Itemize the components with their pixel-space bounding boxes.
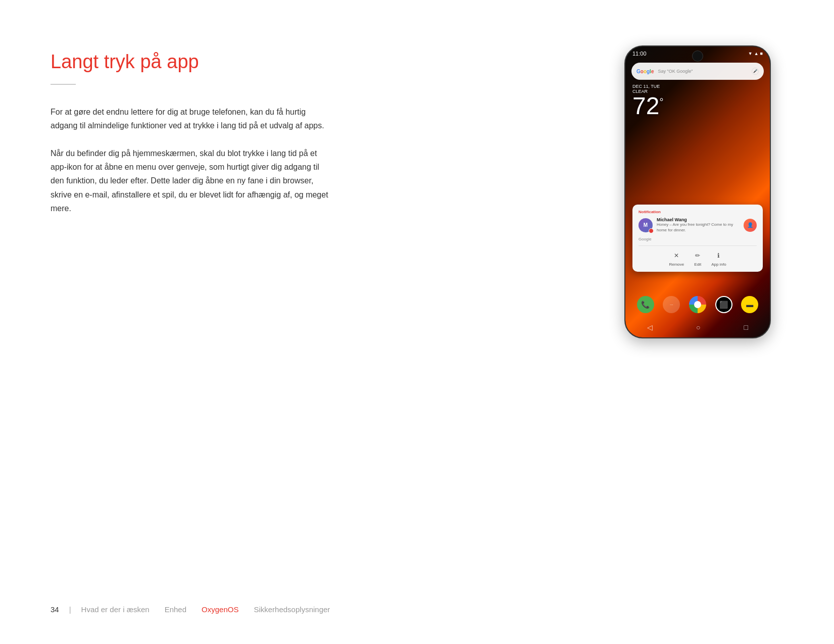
camera-cutout [692, 51, 703, 62]
remove-label: Remove [669, 262, 684, 267]
weather-date: DEC 11, TUE [632, 84, 663, 89]
main-area: Langt tryk på app For at gøre det endnu … [51, 40, 783, 595]
notification-text: Michael Wang Honey – Are you free tonigh… [657, 217, 740, 233]
footer-nav-sikkerhed[interactable]: Sikkerhedsoplysninger [254, 605, 330, 614]
page-footer: 34 | Hvad er der i æsken Enhed OxygenOS … [51, 595, 783, 614]
notification-popup: Notification M Michael Wang Honey – Are … [632, 205, 763, 272]
edit-label: Edit [694, 262, 701, 267]
notification-label: Notification [639, 210, 757, 214]
title-underline [51, 84, 76, 85]
footer-nav-inbox[interactable]: Hvad er der i æsken [81, 605, 150, 614]
notification-app-name: Google [639, 237, 757, 241]
edit-icon: ✏ [692, 250, 703, 261]
footer-separator: | [69, 605, 71, 614]
appinfo-label: App info [711, 262, 726, 267]
phone-section: 11:00 ▼ ▲ ■ Google Say "OK Google" [612, 40, 783, 595]
dock-chrome-app[interactable] [689, 296, 706, 313]
footer-nav-enhed[interactable]: Enhed [165, 605, 186, 614]
notification-sender: Michael Wang [657, 217, 740, 222]
phone-screen: 11:00 ▼ ▲ ■ Google Say "OK Google" [625, 46, 770, 337]
text-section: Langt tryk på app For at gøre det endnu … [51, 40, 612, 595]
weather-widget: DEC 11, TUE CLEAR 72° [632, 84, 663, 118]
recent-button[interactable]: □ [744, 323, 748, 331]
notification-sender-avatar: 👤 [744, 219, 757, 232]
battery-icon: ■ [760, 51, 763, 56]
notification-remove-action[interactable]: ✕ Remove [669, 250, 684, 267]
mic-icon[interactable]: 🎤 [752, 68, 759, 75]
footer-navigation: Hvad er der i æsken Enhed OxygenOS Sikke… [81, 605, 330, 614]
notification-avatar: M [639, 218, 653, 232]
notification-message: Honey – Are you free tonight? Come to my… [657, 222, 740, 233]
status-time: 11:00 [632, 51, 647, 57]
dock-phone-app[interactable]: 📞 [637, 296, 654, 313]
phone-nav-bar: ◁ ○ □ [625, 323, 770, 331]
dock-yellow-app[interactable]: ▬ [741, 296, 758, 313]
page-title: Langt tryk på app [51, 51, 571, 74]
notification-appinfo-action[interactable]: ℹ App info [711, 250, 726, 267]
notification-actions: ✕ Remove ✏ Edit ℹ App info [639, 245, 757, 267]
dock-dots-app[interactable]: ··· [663, 296, 680, 313]
google-logo: Google [636, 69, 654, 74]
google-search-bar[interactable]: Google Say "OK Google" 🎤 [631, 63, 764, 80]
page-container: Langt tryk på app For at gøre det endnu … [0, 0, 834, 644]
dock-camera-app[interactable]: ⬛ [715, 296, 732, 313]
signal-icon: ▼ [748, 51, 753, 56]
footer-nav-oxygenos[interactable]: OxygenOS [202, 605, 238, 614]
weather-temperature: 72° [632, 94, 663, 118]
chrome-inner [694, 301, 701, 308]
info-icon: ℹ [713, 250, 724, 261]
phone-mockup: 11:00 ▼ ▲ ■ Google Say "OK Google" [624, 45, 771, 338]
paragraph-1: For at gøre det endnu lettere for dig at… [51, 105, 333, 132]
phone-dock: 📞 ··· ⬛ ▬ [632, 296, 763, 313]
notification-edit-action[interactable]: ✏ Edit [692, 250, 703, 267]
paragraph-2: Når du befinder dig på hjemmeskærmen, sk… [51, 146, 333, 215]
remove-icon: ✕ [671, 250, 682, 261]
back-button[interactable]: ◁ [647, 323, 653, 331]
avatar-badge [649, 228, 654, 233]
status-icons: ▼ ▲ ■ [748, 51, 763, 56]
search-placeholder: Say "OK Google" [658, 69, 752, 74]
home-button[interactable]: ○ [696, 323, 700, 331]
page-number: 34 [51, 605, 59, 614]
notification-body: M Michael Wang Honey – Are you free toni… [639, 217, 757, 233]
wifi-icon: ▲ [754, 51, 759, 56]
